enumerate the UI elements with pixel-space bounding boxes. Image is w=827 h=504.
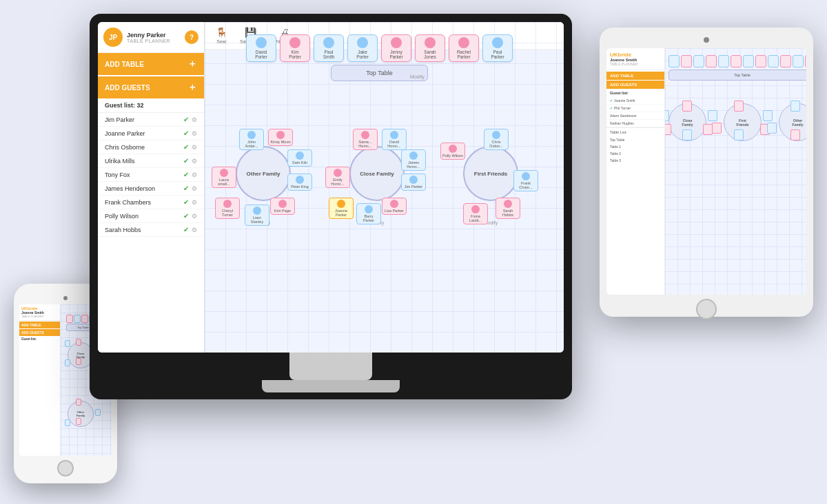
- seat-barry-parker[interactable]: Barry Parker: [356, 203, 381, 224]
- seat-john-ander[interactable]: John Ander...: [239, 129, 264, 150]
- list-item: Frank Chambers ✔ ⚙: [98, 196, 204, 209]
- phone-round-seat: [65, 419, 70, 426]
- seat-card[interactable]: DavidPorter: [246, 34, 276, 62]
- seat-david-hornc[interactable]: David Hornc...: [382, 129, 407, 150]
- phone-app-header: UKbride Joanne Smith TABLE PLANNER: [19, 304, 60, 321]
- phone-sidebar: UKbride Joanne Smith TABLE PLANNER ADD T…: [19, 304, 61, 456]
- tablet-round-seat: [767, 123, 777, 134]
- seat-frank-cham[interactable]: Frank Cham...: [513, 170, 538, 191]
- help-button[interactable]: ?: [185, 30, 198, 44]
- close-family-table[interactable]: Close Family: [349, 146, 405, 201]
- tablet-add-guests-btn[interactable]: ADD GUESTS: [606, 81, 664, 89]
- list-item: Chris Osborne ✔ ⚙: [98, 140, 204, 154]
- seat-james-hornc[interactable]: James Hornc...: [401, 149, 426, 171]
- app-sidebar: JP Jenny Parker TABLE PLANNER ? ADD TABL…: [98, 22, 205, 353]
- tablet-list-item: Adam Sanderson: [606, 112, 664, 120]
- seat-jim-parker[interactable]: Jim Parker: [401, 174, 426, 191]
- first-friends-modify[interactable]: Modify: [446, 220, 535, 225]
- avatar: [223, 200, 232, 208]
- gear-icon[interactable]: ⚙: [192, 130, 197, 137]
- list-item: Jim Parker ✔ ⚙: [98, 113, 204, 127]
- gear-icon[interactable]: ⚙: [192, 171, 197, 178]
- tablet-round-seat: [734, 101, 744, 112]
- seat-chris-osbor[interactable]: Chris Osbor...: [484, 129, 509, 150]
- tablet-user-role: TABLE PLANNER: [610, 62, 661, 66]
- seat-peter-king[interactable]: Peter King: [287, 174, 312, 191]
- seat-card[interactable]: SarahJones: [415, 34, 445, 62]
- close-family-table-wrapper: Close Family Sama... Hornc... David Horn…: [332, 129, 422, 218]
- phone-camera: [63, 296, 68, 300]
- tablet-guest-list-header: Guest list:: [606, 89, 664, 97]
- top-table-area: DavidPorter KimPorter PaulSmith JakePort…: [246, 34, 513, 81]
- seat-lisa-parker[interactable]: Lisa Parker: [382, 198, 407, 215]
- modify-link[interactable]: Modify: [410, 74, 425, 79]
- gear-icon[interactable]: ⚙: [192, 185, 197, 192]
- gear-icon[interactable]: ⚙: [192, 116, 197, 123]
- seat-sarah-hobbs[interactable]: Sarah Hobbs: [496, 198, 520, 219]
- phone-round-seat: [76, 358, 81, 365]
- list-item: Polly Wilson ✔ ⚙: [98, 209, 204, 223]
- seat-fiona-lamb[interactable]: Fiona Lamb...: [463, 203, 488, 224]
- monitor-device: JP Jenny Parker TABLE PLANNER ? ADD TABL…: [90, 14, 572, 399]
- person-icon: [458, 37, 469, 48]
- app-canvas: 🪑 Seat 💾 Save Plan 🖨 Print Plan: [205, 22, 564, 353]
- avatar: [409, 151, 418, 160]
- phone-round-seat: [65, 359, 70, 366]
- seat-joanne-parker[interactable]: Joanne Parker: [329, 198, 354, 219]
- user-name: Jenny Parker: [127, 32, 170, 39]
- check-icon: ✔: [183, 143, 189, 151]
- add-guests-button[interactable]: ADD GUESTS ＋: [98, 76, 204, 98]
- seat-cheryl-turner[interactable]: Cheryl Turner: [215, 198, 240, 219]
- avatar: [337, 200, 345, 208]
- seat-liam-stanley[interactable]: Liam Stanley: [245, 204, 269, 226]
- seat-card[interactable]: KimPorter: [280, 34, 310, 62]
- seat-card[interactable]: JennyParker: [381, 34, 411, 62]
- avatar: [409, 176, 418, 184]
- seat-sama-hornc[interactable]: Sama... Hornc...: [353, 129, 378, 150]
- list-item: Ulrika Mills ✔ ⚙: [98, 154, 204, 168]
- phone-round-seat: [95, 409, 101, 416]
- tablet-device: UKbride Joanne Smith TABLE PLANNER ADD T…: [600, 28, 813, 317]
- first-friends-table-wrapper: First Friends Chris Osbor... Polly Wilso…: [446, 129, 535, 218]
- tablet-seat: [743, 55, 754, 67]
- seat-sam-kiln[interactable]: Sam Kiln: [287, 149, 312, 167]
- phone-add-guests-btn[interactable]: ADD GUESTS: [19, 329, 60, 336]
- tablet-top-table-area: Top Table: [668, 55, 806, 81]
- avatar: [471, 205, 480, 213]
- add-table-button[interactable]: ADD TABLE ＋: [98, 53, 204, 75]
- gear-icon[interactable]: ⚙: [192, 158, 197, 165]
- plus-icon: ＋: [187, 81, 197, 94]
- top-table-seats: DavidPorter KimPorter PaulSmith JakePort…: [246, 34, 513, 62]
- gear-icon[interactable]: ⚙: [192, 227, 197, 233]
- tablet-home-button[interactable]: [696, 299, 717, 319]
- phone-round-seat: [65, 340, 70, 347]
- check-icon: ✔: [610, 106, 613, 110]
- seat-kim-page[interactable]: Kim Page: [270, 198, 295, 215]
- tablet-add-table-btn[interactable]: ADD TABLE: [606, 72, 664, 80]
- gear-icon[interactable]: ⚙: [192, 144, 197, 151]
- tablet-seat: [793, 55, 804, 67]
- gear-icon[interactable]: ⚙: [192, 199, 197, 206]
- first-friends-table[interactable]: First Friends: [463, 146, 518, 201]
- seat-card[interactable]: RachelParker: [449, 34, 479, 62]
- check-icon: ✔: [183, 226, 189, 233]
- phone-add-table-btn[interactable]: ADD TABLE: [19, 322, 60, 328]
- tablet-round-seat: [665, 110, 669, 121]
- seat-emily-hornc[interactable]: Emily Hornc...: [325, 167, 350, 188]
- seat-laura-small[interactable]: Laura small...: [212, 167, 236, 188]
- avatar: [492, 131, 500, 139]
- seat-kirsty-moon[interactable]: Kirsty Moon: [268, 129, 293, 146]
- phone-home-button[interactable]: [57, 460, 74, 476]
- seat-card[interactable]: PaulSmith: [314, 34, 344, 62]
- seat-card[interactable]: PaulParker: [482, 34, 513, 62]
- check-icon: ✔: [610, 98, 613, 103]
- tablet-round-seat: [763, 110, 773, 121]
- other-family-table[interactable]: Other Family: [236, 146, 291, 201]
- monitor-base: [262, 380, 400, 392]
- tablet-grid: [665, 48, 806, 295]
- tablet-table-item: Table 2: [606, 150, 664, 157]
- tablet-round-seat: [712, 123, 722, 134]
- seat-card[interactable]: JakePorter: [347, 34, 378, 62]
- gear-icon[interactable]: ⚙: [192, 213, 197, 220]
- seat-polly-wilson[interactable]: Polly Wilson: [440, 143, 465, 160]
